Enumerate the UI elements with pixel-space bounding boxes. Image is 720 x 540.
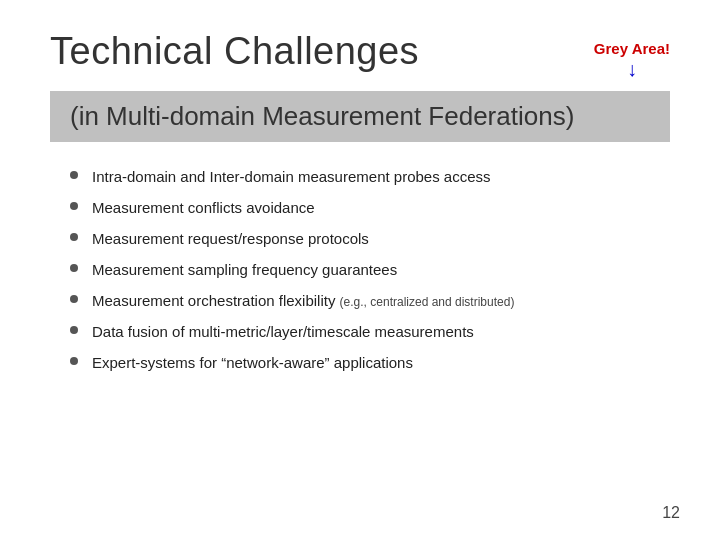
list-item: Measurement orchestration flexibility (e… [70, 290, 670, 311]
list-item: Intra-domain and Inter-domain measuremen… [70, 166, 670, 187]
bullet-dot [70, 233, 78, 241]
bullet-text: Measurement conflicts avoidance [92, 197, 670, 218]
list-item: Expert-systems for “network-aware” appli… [70, 352, 670, 373]
bullet-dot [70, 295, 78, 303]
bullet-list: Intra-domain and Inter-domain measuremen… [70, 166, 670, 373]
list-item: Measurement request/response protocols [70, 228, 670, 249]
bullet-text: Intra-domain and Inter-domain measuremen… [92, 166, 670, 187]
list-item: Measurement sampling frequency guarantee… [70, 259, 670, 280]
page-number: 12 [662, 504, 680, 522]
bullet-dot [70, 326, 78, 334]
header-row: Technical Challenges Grey Area! ↓ [50, 30, 670, 79]
subtitle-bar: (in Multi-domain Measurement Federations… [50, 91, 670, 142]
bullet-dot [70, 357, 78, 365]
grey-area-container: Grey Area! ↓ [594, 30, 670, 79]
list-item: Data fusion of multi-metric/layer/timesc… [70, 321, 670, 342]
bullet-dot [70, 202, 78, 210]
main-title: Technical Challenges [50, 30, 419, 73]
bullet-text: Measurement sampling frequency guarantee… [92, 259, 670, 280]
bullet-text: Data fusion of multi-metric/layer/timesc… [92, 321, 670, 342]
grey-area-label: Grey Area! [594, 40, 670, 57]
bullet-dot [70, 264, 78, 272]
list-item: Measurement conflicts avoidance [70, 197, 670, 218]
slide: Technical Challenges Grey Area! ↓ (in Mu… [0, 0, 720, 540]
grey-area-arrow-icon: ↓ [627, 59, 637, 79]
bullet-text: Measurement orchestration flexibility (e… [92, 290, 670, 311]
subtitle-text: (in Multi-domain Measurement Federations… [70, 101, 574, 131]
bullet-dot [70, 171, 78, 179]
bullet-text: Expert-systems for “network-aware” appli… [92, 352, 670, 373]
bullet-text: Measurement request/response protocols [92, 228, 670, 249]
